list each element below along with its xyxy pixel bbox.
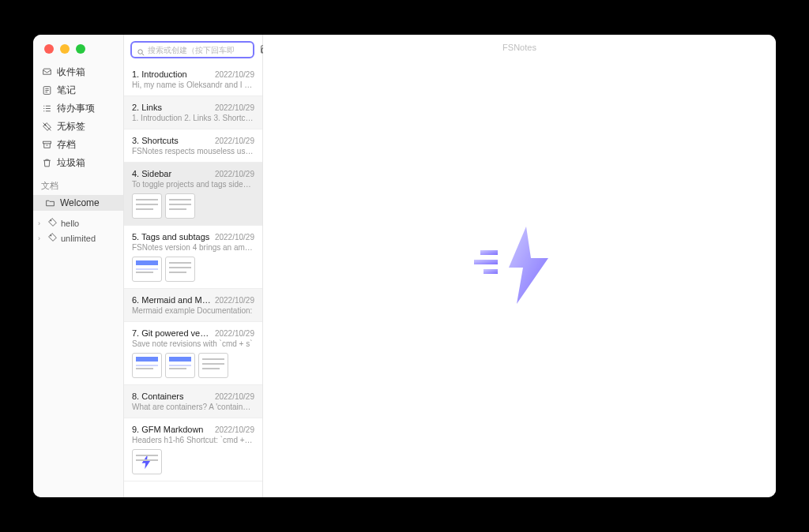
notes-icon	[41, 85, 52, 96]
note-row[interactable]: 1. Introduction 2022/10/29 Hi, my name i…	[124, 63, 262, 96]
sidebar-item-label: Welcome	[60, 197, 100, 208]
thumbnail	[132, 449, 162, 474]
note-title: 6. Mermaid and M…	[132, 295, 211, 305]
note-preview: FSNotes respects mouseless usage,	[132, 147, 254, 155]
note-title: 5. Tags and subtags	[132, 232, 209, 242]
svg-rect-9	[484, 269, 498, 274]
note-thumbnails	[132, 449, 254, 474]
search-field[interactable]	[130, 41, 254, 58]
note-preview: Headers h1-h6 Shortcut: `cmd + 1-6`	[132, 436, 254, 444]
editor-pane: FSNotes	[263, 35, 776, 497]
sidebar-item-label: 收件箱	[57, 66, 85, 79]
note-preview: Hi, my name is Oleksandr and I am	[132, 81, 254, 89]
sidebar: 收件箱 笔记 待办事项 无标签 存档	[33, 35, 124, 497]
note-preview: What are containers? A 'container' is	[132, 403, 254, 411]
trash-icon	[41, 158, 52, 169]
note-title: 1. Introduction	[132, 69, 187, 79]
search-input[interactable]	[148, 46, 248, 54]
thumbnail	[132, 353, 162, 378]
note-title: 2. Links	[132, 103, 162, 112]
archive-icon	[41, 140, 52, 151]
note-date: 2022/10/29	[215, 170, 254, 178]
zoom-button[interactable]	[76, 44, 85, 54]
todo-icon	[41, 103, 52, 114]
thumbnail	[165, 353, 195, 378]
note-row[interactable]: 8. Containers 2022/10/29 What are contai…	[124, 385, 262, 418]
app-logo	[472, 219, 567, 313]
minimize-button[interactable]	[60, 44, 70, 54]
note-preview: Save note revisions with `cmd + s`	[132, 339, 254, 348]
svg-point-4	[51, 235, 51, 236]
thumbnail	[132, 193, 162, 219]
note-row[interactable]: 3. Shortcuts 2022/10/29 FSNotes respects…	[124, 129, 262, 163]
svg-point-3	[51, 220, 51, 221]
search-icon	[137, 46, 145, 54]
window-title: FSNotes	[263, 43, 776, 52]
note-thumbnails	[132, 353, 254, 378]
sidebar-section-docs: 文档	[33, 172, 123, 195]
sidebar-item-trash[interactable]: 垃圾箱	[33, 154, 123, 172]
svg-rect-8	[474, 260, 498, 264]
note-date: 2022/10/29	[215, 425, 254, 434]
note-title: 9. GFM Markdown	[132, 425, 203, 434]
sidebar-item-todos[interactable]: 待办事项	[33, 99, 123, 118]
note-date: 2022/10/29	[215, 103, 254, 112]
sidebar-item-untagged[interactable]: 无标签	[33, 118, 123, 136]
note-title: 7. Git powered ver…	[132, 328, 211, 338]
note-thumbnails	[132, 193, 254, 219]
sidebar-tag-label: unlimited	[61, 234, 96, 243]
svg-point-5	[138, 49, 143, 54]
sidebar-item-label: 垃圾箱	[57, 156, 85, 170]
note-row[interactable]: 5. Tags and subtags 2022/10/29 FSNotes v…	[124, 226, 262, 289]
note-row[interactable]: 6. Mermaid and M… 2022/10/29 Mermaid exa…	[124, 289, 262, 322]
note-date: 2022/10/29	[215, 392, 254, 401]
tag-icon	[47, 217, 58, 229]
folder-icon	[44, 197, 55, 208]
note-title: 3. Shortcuts	[132, 136, 179, 145]
note-row[interactable]: 7. Git powered ver… 2022/10/29 Save note…	[124, 322, 262, 385]
sidebar-tag-hello[interactable]: › hello	[33, 215, 123, 230]
thumbnail	[165, 193, 195, 219]
chevron-right-icon: ›	[38, 219, 44, 227]
thumbnail	[198, 353, 228, 378]
note-title: 4. Sidebar	[132, 169, 171, 178]
sidebar-item-label: 笔记	[57, 84, 76, 97]
note-row[interactable]: 4. Sidebar 2022/10/29 To toggle projects…	[124, 163, 262, 226]
sidebar-item-label: 待办事项	[57, 102, 95, 115]
sidebar-tag-label: hello	[61, 219, 79, 228]
note-row[interactable]: 9. GFM Markdown 2022/10/29 Headers h1-h6…	[124, 418, 262, 481]
note-preview: FSNotes version 4 brings an amazing	[132, 243, 254, 252]
svg-rect-2	[43, 141, 51, 144]
sidebar-tag-unlimited[interactable]: › unlimited	[33, 230, 123, 245]
note-title: 8. Containers	[132, 392, 183, 401]
search-bar	[124, 35, 262, 63]
note-date: 2022/10/29	[215, 329, 254, 338]
note-row[interactable]: 2. Links 2022/10/29 1. Introduction 2. L…	[124, 96, 262, 129]
sidebar-item-inbox[interactable]: 收件箱	[33, 63, 123, 81]
note-preview: Mermaid example Documentation:	[132, 306, 254, 315]
svg-rect-7	[480, 250, 498, 255]
close-button[interactable]	[44, 44, 54, 54]
untagged-icon	[41, 122, 52, 133]
thumbnail	[132, 257, 162, 282]
sidebar-item-label: 无标签	[57, 120, 85, 133]
tag-icon	[47, 232, 58, 244]
note-date: 2022/10/29	[215, 70, 254, 79]
app-window: 收件箱 笔记 待办事项 无标签 存档	[33, 35, 776, 497]
inbox-icon	[41, 67, 52, 78]
note-date: 2022/10/29	[215, 137, 254, 145]
note-list[interactable]: 1. Introduction 2022/10/29 Hi, my name i…	[124, 63, 262, 497]
note-date: 2022/10/29	[215, 233, 254, 242]
sidebar-folder-welcome[interactable]: Welcome	[33, 195, 123, 211]
window-controls	[44, 44, 85, 54]
note-preview: 1. Introduction 2. Links 3. Shortcuts	[132, 114, 254, 122]
thumbnail	[165, 257, 195, 282]
sidebar-item-label: 存档	[57, 138, 76, 152]
sidebar-item-notes[interactable]: 笔记	[33, 81, 123, 99]
note-thumbnails	[132, 257, 254, 282]
note-date: 2022/10/29	[215, 296, 254, 305]
chevron-right-icon: ›	[38, 234, 44, 242]
sidebar-item-archive[interactable]: 存档	[33, 136, 123, 154]
note-list-pane: 1. Introduction 2022/10/29 Hi, my name i…	[124, 35, 263, 497]
note-preview: To toggle projects and tags sidebar	[132, 180, 254, 189]
